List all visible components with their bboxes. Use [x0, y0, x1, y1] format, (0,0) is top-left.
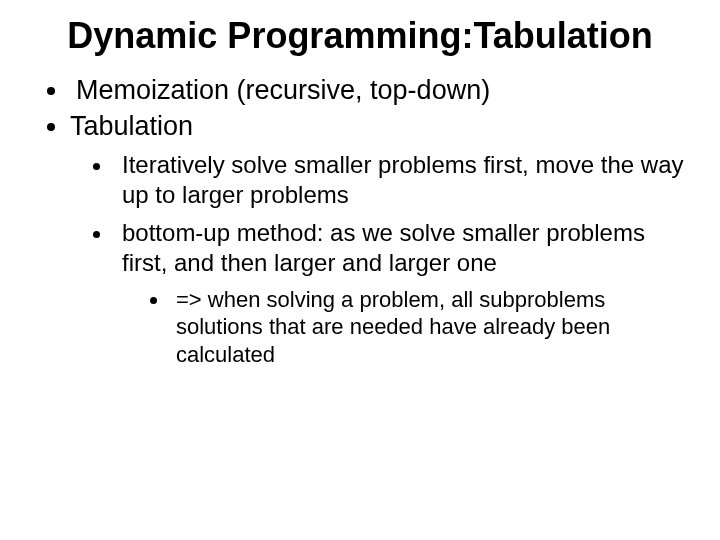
- bullet-tabulation: Tabulation Iteratively solve smaller pro…: [70, 110, 690, 368]
- bullet-list-level1: Memoization (recursive, top-down) Tabula…: [30, 74, 690, 368]
- bullet-bottom-up: bottom-up method: as we solve smaller pr…: [114, 218, 690, 369]
- bullet-bottom-up-label: bottom-up method: as we solve smaller pr…: [122, 219, 645, 276]
- bullet-list-level3: => when solving a problem, all subproble…: [122, 286, 690, 369]
- bullet-memoization: Memoization (recursive, top-down): [70, 74, 690, 108]
- bullet-list-level2: Iteratively solve smaller problems first…: [70, 150, 690, 369]
- bullet-tabulation-label: Tabulation: [70, 111, 193, 141]
- bullet-iterative: Iteratively solve smaller problems first…: [114, 150, 690, 210]
- slide: Dynamic Programming:Tabulation Memoizati…: [0, 0, 720, 540]
- bullet-subproblems: => when solving a problem, all subproble…: [170, 286, 690, 369]
- slide-title: Dynamic Programming:Tabulation: [30, 15, 690, 56]
